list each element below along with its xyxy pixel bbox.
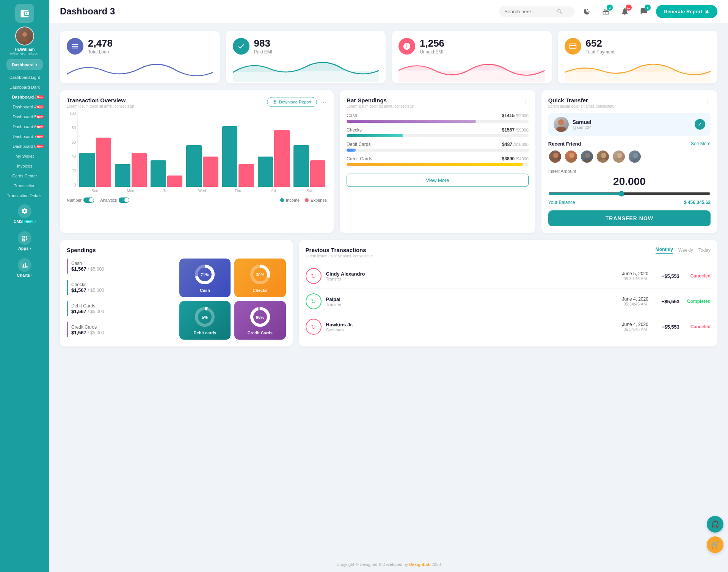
transaction-time-3: 05:34:45 AM [622,327,648,332]
bar-group-tue [151,160,182,187]
sidebar-apps[interactable]: Apps › [0,227,49,254]
sidebar-item-dashboard-3[interactable]: Dashboard 3New [0,92,49,102]
page-title: Dashboard 3 [60,6,115,17]
recent-friend-label: Recent Friend [548,141,581,147]
cash-progress [347,120,529,123]
bar-group-mon [115,153,147,187]
friend-avatar-5[interactable] [612,150,626,163]
svg-text:30%: 30% [256,273,264,277]
message-btn[interactable]: 5 [637,5,651,18]
legend-expense: Expense [305,198,327,202]
number-toggle[interactable] [83,197,94,203]
transfer-user: Samuel @sam224 ✓ [548,113,711,136]
sidebar-item-dashboard-4[interactable]: Dashboard 4New [0,102,49,112]
view-more-btn[interactable]: View More [347,174,529,187]
donut-debit-svg: 5% [193,306,216,328]
bar-spendings-menu[interactable]: ⋮ [522,97,529,105]
tab-today[interactable]: Today [698,248,711,253]
footer-brand[interactable]: DexignLab [409,562,430,567]
generate-report-btn[interactable]: Generate Report [656,5,717,18]
bar-group-thu [222,126,254,187]
quick-transfer-title: Quick Transfer [548,97,616,103]
search-input[interactable] [504,9,554,14]
sidebar-charts[interactable]: Charts › [0,254,49,281]
bar-spendings-title: Bar Spendings [347,97,414,103]
friend-avatar-4[interactable] [596,150,610,163]
friend-avatar-1[interactable] [548,150,562,163]
notification-btn[interactable]: 12 [618,5,632,18]
donut-cards: 71% Cash 30% Checks [179,259,286,340]
main-content: Dashboard 3 2 12 5 Generate Repo [49,0,728,572]
chart-icon [704,9,710,14]
theme-toggle-btn[interactable] [580,5,594,18]
donut-credit-svg: 96% [249,306,271,328]
user-profile: Hi,William william@gmail.com [10,27,39,55]
dashboard-label: Dashboard [12,63,33,67]
paid-emi-icon [233,38,249,55]
username: Hi,William [15,47,35,52]
bar-spendings-subtitle: Lorem ipsum dolor sit amet, consectetur [347,104,414,108]
stat-card-unpaid-emi: 1,256 Unpaid EMI [392,31,552,83]
balance-label: Your Balance [548,200,575,205]
spending-debit: Debit Cards $1,567 / $5,000 [67,301,173,316]
spending-checks: Checks $1,567 / $5,000 [67,280,173,295]
user-email: william@gmail.com [10,52,39,55]
total-loan-label: Total Loan [88,49,113,55]
tab-monthly[interactable]: Monthly [656,247,673,254]
sidebar-item-dashboard-5[interactable]: Dashboard 5New [0,112,49,122]
sidebar-item-invoices[interactable]: Invoices [0,161,49,171]
spending-row-debit: Debit Cards $487 /$10000 [347,142,529,152]
sidebar-item-cards-center[interactable]: Cards Center [0,171,49,181]
spending-row-cash: Cash $1415 /$2000 [347,113,529,123]
balance-value: $ 456,345.62 [684,200,711,205]
friend-avatar-2[interactable] [564,150,578,163]
transaction-row-1: ↻ Cindy Alexandro Transfer June 5, 2020 … [306,263,711,289]
spending-cash: Cash $1,567 / $5,000 [67,259,173,274]
download-report-btn[interactable]: Download Report [267,97,317,107]
download-icon [273,100,277,104]
friend-avatar-6[interactable] [628,150,642,163]
quick-transfer-subtitle: Lorem ipsum dolor sit amet, consectetur [548,104,616,108]
sidebar-cms[interactable]: CMS New › [0,201,49,227]
bar-coral [96,138,111,187]
unpaid-emi-value: 1,256 [420,38,444,49]
floating-buttons: 🎧 🛒 [707,516,723,553]
donut-cash: 71% Cash [179,259,231,297]
spending-row-credit: Credit Cards $3890 /$4000 [347,156,529,166]
sidebar-item-dashboard-dark[interactable]: Dashboard Dark [0,82,49,92]
sidebar-item-dashboard-light[interactable]: Dashboard Light [0,72,49,82]
search-box[interactable] [499,6,575,17]
transaction-name-2: Paipal [326,296,618,302]
spending-credit: Credit Cards $1,567 / $5,000 [67,322,173,337]
sidebar-item-dashboard-7[interactable]: Dashboard 7New [0,132,49,141]
friend-avatar-3[interactable] [580,150,594,163]
sidebar-item-dashboard-8[interactable]: Dashboard 8New [0,141,49,151]
svg-point-0 [22,32,27,37]
sidebar-item-dashboard-6[interactable]: Dashboard 6New [0,122,49,132]
amount-slider[interactable] [548,191,711,197]
wallet-icon [19,8,30,19]
transfer-now-btn[interactable]: TRANSFER NOW [548,210,711,226]
transfer-user-handle: @sam224 [573,125,592,130]
tab-weekly[interactable]: Weekly [678,248,693,253]
sidebar-logo[interactable] [15,4,34,23]
svg-point-7 [568,159,576,163]
dashboard-toggle[interactable]: Dashboard ▾ [6,59,42,70]
svg-point-9 [584,159,592,163]
chart-menu-btn[interactable]: ⋯ [320,98,327,106]
quick-transfer: Quick Transfer Lorem ipsum dolor sit ame… [541,90,717,233]
quick-transfer-menu[interactable]: ⋮ [704,97,711,105]
stat-card-total-payment: 652 Total Payment [558,31,718,83]
gift-btn[interactable]: 2 [599,5,613,18]
transaction-status-1: Canceled [684,273,711,279]
sidebar-item-transaction[interactable]: Transaction [0,181,49,191]
sidebar-item-my-wallet[interactable]: My Wallet [0,151,49,161]
analytics-toggle[interactable] [119,197,129,203]
cart-fab[interactable]: 🛒 [707,536,723,553]
paid-emi-wave [233,59,379,82]
headphone-fab[interactable]: 🎧 [707,516,723,533]
transaction-amount-1: +$5,553 [653,273,679,279]
svg-point-10 [601,153,606,158]
sidebar-item-transaction-details[interactable]: Transaction Details [0,191,49,201]
see-more-btn[interactable]: See More [691,141,711,147]
